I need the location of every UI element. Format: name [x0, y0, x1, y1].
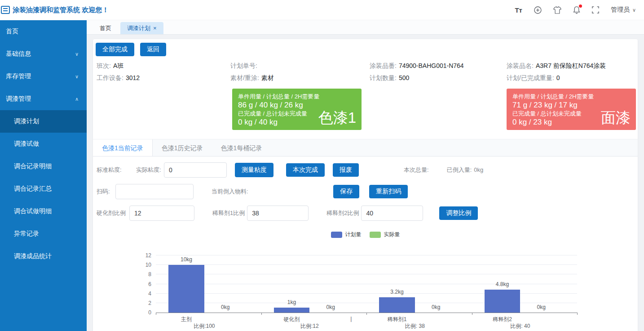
chart-legend: 计划量 实际量 — [331, 231, 400, 238]
close-icon[interactable]: × — [153, 22, 157, 34]
font-size-icon[interactable]: Tт — [515, 6, 522, 14]
circle-plus-icon[interactable] — [534, 6, 542, 14]
hardener-ratio-label: 硬化剂比例 — [97, 210, 126, 217]
tab-paint-plan[interactable]: 调漆计划 × — [120, 22, 163, 34]
x-axis-category-label: 主剂 — [181, 316, 192, 323]
bell-icon[interactable] — [573, 6, 580, 14]
sidebar-subitem-mix-trial-detail[interactable]: 调合试做明细 — [0, 200, 87, 223]
part-name-value: A3R7 前保险杠N764涂装 — [536, 62, 606, 69]
scan-input[interactable] — [115, 184, 194, 199]
legend-swatch-plan — [331, 232, 342, 238]
scan-label: 扫码: — [97, 188, 110, 195]
sidebar-item-paint-mgmt[interactable]: 调漆管理 ∧ — [0, 88, 87, 110]
notification-dot — [579, 4, 582, 8]
sidebar-item-inventory[interactable]: 库存管理 ∨ — [0, 65, 87, 88]
sidebar-item-home[interactable]: 首页 — [0, 20, 87, 43]
legend-label: 实际量 — [384, 231, 400, 238]
sidebar-subitem-paint-trial[interactable]: 调漆试做 — [0, 133, 87, 155]
device-value: 3012 — [126, 74, 140, 81]
chart-plot-area: 02468101210kg0kg主剂比例:1001kg0kg硬化剂比例:123.… — [156, 255, 577, 313]
thinner2-ratio-label: 稀释剂2比例 — [326, 210, 359, 217]
scrap-button[interactable]: 报废 — [333, 163, 359, 177]
bar-value-label: 1kg — [287, 299, 296, 305]
back-button[interactable]: 返回 — [140, 43, 166, 56]
weight-value: 0 — [556, 74, 560, 81]
chart-bar-group: 4.8kg0kg稀释剂2比例: 40 — [472, 255, 578, 313]
tab-home[interactable]: 首页 — [93, 22, 118, 34]
color-paint-card[interactable]: 单件用量 / 计划总量 / 2H需要量 86 g / 40 kg / 26 kg… — [232, 89, 362, 130]
sidebar-subitem-abnormal-record[interactable]: 异常记录 — [0, 223, 87, 245]
x-axis-ratio-label: 比例:12 — [300, 322, 319, 330]
fullscreen-icon[interactable] — [592, 6, 599, 13]
rescan-button[interactable]: 重新扫码 — [369, 185, 408, 198]
part-no-label: 涂装品番: — [370, 62, 397, 69]
thinner2-ratio-input[interactable] — [361, 206, 423, 221]
main-area: 首页 调漆计划 × 全部完成 返回 班次:A班 工作设备:3012 计划单号: … — [87, 20, 644, 331]
tab-current-record[interactable]: 色漆1当前记录 — [93, 139, 153, 156]
actual-viscosity-label: 实际粘度: — [136, 166, 161, 174]
chart-bar-group: 3.2kg0kg稀释剂1比例: 38 — [366, 255, 472, 313]
sidebar-subitem-paint-plan[interactable]: 调漆计划 — [0, 110, 87, 133]
plan-no-label: 计划单号: — [230, 62, 257, 69]
tab-label: 首页 — [100, 22, 111, 34]
sidebar-subitem-label: 异常记录 — [14, 230, 39, 238]
card-line1-label: 单件用量 / 计划总量 / 2H需要量 — [512, 93, 630, 100]
legend-item-plan[interactable]: 计划量 — [331, 231, 362, 238]
measure-viscosity-button[interactable]: 测量粘度 — [235, 163, 273, 177]
actual-value-label: 0kg — [221, 304, 229, 310]
material-value: 素材 — [261, 74, 274, 81]
thinner1-ratio-input[interactable] — [247, 206, 309, 221]
y-axis-tick-label: 2 — [148, 300, 151, 306]
actual-viscosity-input[interactable] — [164, 162, 227, 178]
device-label: 工作设备: — [97, 74, 124, 81]
sidebar-subitem-mix-record-summary[interactable]: 调合记录汇总 — [0, 178, 87, 200]
x-axis-ratio-label: 比例:100 — [194, 322, 215, 330]
app-logo — [1, 5, 10, 14]
user-menu[interactable]: 管理员 ∨ — [611, 6, 636, 14]
scan-row: 扫码: 当前倒入物料: 保存 重新扫码 — [93, 184, 638, 199]
y-axis-tick-label: 6 — [148, 281, 151, 287]
tab-barrel-record[interactable]: 色漆1每桶记录 — [212, 139, 271, 156]
actual-value-label: 0kg — [537, 304, 546, 310]
x-axis-tick — [156, 313, 156, 315]
y-axis-tick-label: 8 — [148, 271, 151, 277]
adjust-ratio-button[interactable]: 调整比例 — [439, 206, 478, 220]
sidebar-item-basic-info[interactable]: 基础信息 ∨ — [0, 43, 87, 65]
card-name: 色漆1 — [318, 108, 356, 128]
theme-shirt-icon[interactable] — [553, 6, 561, 14]
poured-value: 0kg — [474, 166, 483, 174]
thinner1-ratio-label: 稀释剂1比例 — [212, 210, 245, 217]
bar-value-label: 10kg — [181, 256, 192, 263]
sidebar-subitem-mix-record-detail[interactable]: 调合记录明细 — [0, 155, 87, 178]
actual-value-label: 0kg — [432, 304, 440, 310]
part-no-value: 74900-BAHG001-N764 — [399, 62, 464, 69]
top-coat-card[interactable]: 单件用量 / 计划总量 / 2H需要量 71 g / 23 kg / 17 kg… — [507, 89, 636, 130]
sidebar-subitem-label: 调合试做明细 — [14, 207, 52, 215]
y-axis-tick-label: 12 — [146, 252, 151, 259]
tab-history-record[interactable]: 色漆1历史记录 — [153, 139, 212, 156]
legend-label: 计划量 — [345, 231, 362, 238]
y-axis-tick-label: 4 — [148, 291, 151, 297]
tab-strip: 首页 调漆计划 × — [87, 20, 644, 35]
shift-value: A班 — [113, 62, 124, 69]
sidebar-subitem-label: 调漆成品统计 — [14, 252, 52, 260]
save-button[interactable]: 保存 — [333, 185, 359, 198]
plan-bar — [168, 265, 204, 313]
x-axis-tick — [366, 313, 367, 315]
x-axis-tick — [472, 313, 472, 315]
complete-button[interactable]: 本次完成 — [286, 163, 325, 177]
sidebar-subitem-label: 调漆计划 — [14, 117, 39, 125]
x-axis-extra-label: | — [350, 316, 352, 322]
info-col-2: 计划单号: 素材/重涂:素材 — [230, 60, 274, 84]
viscosity-row: 标准粘度: 实际粘度: 测量粘度 本次完成 报废 本次总量: 已倒入量: 0kg — [93, 162, 638, 178]
current-material-label: 当前倒入物料: — [212, 188, 248, 195]
legend-item-actual[interactable]: 实际量 — [370, 231, 400, 238]
y-axis-tick-label: 10 — [146, 262, 151, 268]
sidebar-subitem-finished-stats[interactable]: 调漆成品统计 — [0, 245, 87, 268]
sidebar-item-label: 首页 — [6, 27, 18, 36]
app-title: 涂装油漆调和监管系统 欢迎您！ — [13, 6, 109, 14]
finish-all-button[interactable]: 全部完成 — [96, 43, 134, 56]
plan-bar — [274, 308, 310, 313]
bar-value-label: 4.8kg — [496, 281, 509, 287]
hardener-ratio-input[interactable] — [129, 206, 194, 221]
